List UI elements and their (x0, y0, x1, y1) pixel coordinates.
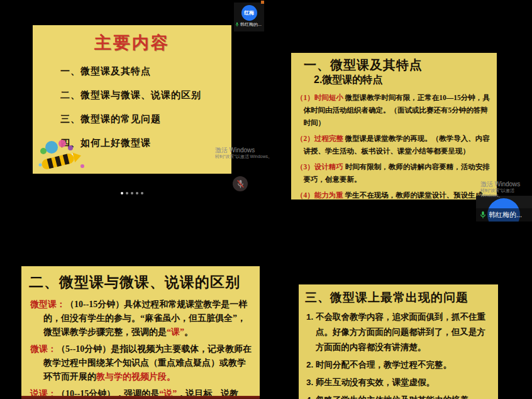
feature-points: （1）时间短小 微型课教学时间有限，正常在10—15分钟，具体时间由活动组织者确… (291, 87, 497, 200)
pagination-dot[interactable] (136, 192, 138, 194)
point-label: （1）时间短小 (296, 94, 343, 101)
participant-tile-top[interactable]: 红梅 韩红梅的... (234, 3, 264, 31)
difference-paragraph: 微课：（5--10分钟）是指以视频为主要载体，记录教师在教学过程中围绕某个知识点… (30, 342, 252, 384)
slide-features: 一、微型课及其特点 2.微型课的特点 （1）时间短小 微型课教学时间有限，正常在… (291, 53, 497, 200)
feature-point: （3）设计精巧 时间有限制，教师的讲解内容要精，活动安排要巧，创意要新。 (296, 160, 491, 186)
pagination (121, 192, 143, 194)
participant-name: 韩红梅的... (489, 210, 522, 220)
participant-name: 韩红梅的... (240, 21, 262, 28)
contents-item: 三、微型课的常见问题 (60, 107, 231, 131)
point-label: （4）能力为重 (296, 191, 343, 199)
mic-muted-icon (236, 179, 245, 189)
pagination-dot[interactable] (141, 192, 143, 194)
mic-on-icon (480, 211, 486, 219)
slide-title: 二、微型课与微课、说课的区别 (29, 273, 260, 292)
pagination-dot[interactable] (121, 192, 123, 194)
contents-item: 一、微型课及其特点 (60, 59, 231, 83)
bee-crayon-clipart (35, 137, 93, 172)
clipped-text-strip (21, 396, 260, 399)
mute-mic-button[interactable] (233, 176, 248, 191)
point-label: （3）设计精巧 (296, 163, 343, 171)
feature-point: （2）过程完整 微型课是课堂教学的再现。（教学导入、内容讲授、学生活动、板书设计… (296, 132, 491, 157)
slide-differences: 二、微型课与微课、说课的区别 微型课：（10--15分钟）具体过程和常规课堂教学… (21, 266, 260, 399)
problem-list: 1. 不会取舍教学内容，追求面面俱到，抓不住重点。好像方方面面的问题都讲到了，但… (299, 306, 498, 399)
pagination-dot[interactable] (131, 192, 133, 194)
difference-paragraph: 微型课：（10--15分钟）具体过程和常规课堂教学是一样的，但没有学生的参与。“… (30, 298, 252, 339)
point-label: （2）过程完整 (296, 135, 343, 142)
slide-subtitle: 2.微型课的特点 (314, 74, 497, 87)
meeting-stage: 主要内容 一、微型课及其特点 二、微型课与微课、说课的区别 三、微型课的常见问题… (0, 0, 532, 399)
problem-item: 3. 师生互动没有实效，课堂虚假。 (306, 375, 492, 390)
difference-paragraphs: 微型课：（10--15分钟）具体过程和常规课堂教学是一样的，但没有学生的参与。“… (21, 292, 260, 399)
avatar: 红梅 (241, 5, 257, 21)
orange-indicator-dot (261, 1, 264, 4)
slide-title: 一、微型课及其特点 (304, 57, 497, 74)
problem-item: 2. 时间分配不合理，教学过程不完整。 (306, 357, 492, 373)
slide-title: 主要内容 (33, 31, 231, 54)
feature-point: （1）时间短小 微型课教学时间有限，正常在10—15分钟，具体时间由活动组织者确… (296, 91, 491, 129)
pagination-dot[interactable] (126, 192, 128, 194)
contents-item: 二、微型课与微课、说课的区别 (60, 83, 231, 107)
slide-problems: 三、微型课上最常出现的问题 1. 不会取舍教学内容，追求面面俱到，抓不住重点。好… (299, 284, 498, 399)
problem-item: 4. 忽略了学生的主体地位及对其能力的培养 (306, 393, 492, 399)
participant-tile-right[interactable]: 韩红梅的... (476, 196, 532, 222)
slide-title: 三、微型课上最常出现的问题 (305, 289, 498, 306)
feature-point: （4）能力为重 学生不在现场，教师的课堂设计、预设生成、教师语言和教学新理念的落… (296, 189, 491, 200)
problem-item: 1. 不会取舍教学内容，追求面面俱到，抓不住重点。好像方方面面的问题都讲到了，但… (306, 310, 492, 355)
slide-main-contents: 主要内容 一、微型课及其特点 二、微型课与微课、说课的区别 三、微型课的常见问题… (33, 25, 231, 174)
mic-on-icon (235, 22, 239, 27)
